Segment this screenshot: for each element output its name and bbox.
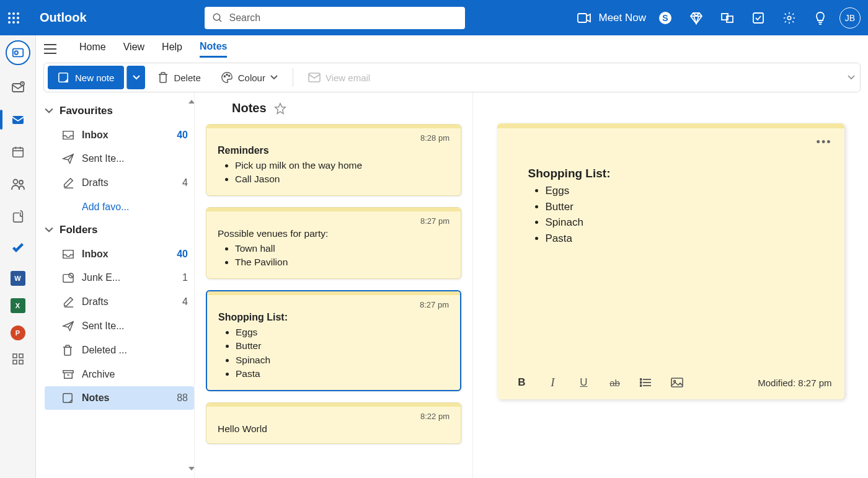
draft-icon	[62, 177, 74, 189]
folder-count: 4	[182, 177, 188, 188]
note-bullets: Pick up milk on the way homeCall Jason	[235, 159, 450, 187]
svg-point-21	[14, 51, 18, 55]
account-avatar[interactable]: JB	[839, 7, 861, 29]
format-italic-button[interactable]: I	[547, 376, 559, 389]
skype-icon[interactable]: S	[658, 11, 672, 25]
add-favourite-label: Add favo...	[82, 201, 130, 213]
folder-item-archive[interactable]: Archive	[45, 363, 194, 386]
note-first-line: Hello World	[218, 423, 450, 435]
rail-excel-icon[interactable]: X	[11, 298, 25, 313]
note-card[interactable]: 8:22 pmHello World	[206, 402, 461, 444]
rail-people-icon[interactable]	[6, 174, 30, 194]
svg-rect-48	[63, 371, 73, 373]
note-card[interactable]: 8:27 pmShopping List:EggsButterSpinachPa…	[206, 290, 461, 391]
rail-more-apps-icon[interactable]	[12, 353, 24, 365]
editor-toolbar: B I U ab Modified: 8:27 pm	[497, 368, 844, 399]
folder-item-inbox[interactable]: Inbox40	[45, 123, 194, 147]
tabs-row: Home View Help Notes	[36, 35, 868, 63]
svg-point-41	[228, 75, 229, 76]
favourites-label: Favourites	[60, 105, 113, 117]
tips-bulb-icon[interactable]	[813, 11, 827, 25]
toolbar-expand-icon[interactable]	[848, 75, 855, 80]
top-header: Outlook Search Meet Now S JB	[0, 0, 868, 35]
trash-icon	[62, 344, 74, 356]
note-editor-panel: ••• Shopping List: EggsButterSpinachPast…	[473, 92, 868, 478]
delete-button[interactable]: Delete	[150, 66, 208, 89]
search-placeholder: Search	[229, 12, 261, 24]
folder-label: Sent Ite...	[82, 321, 188, 332]
app-launcher-icon[interactable]	[7, 12, 32, 24]
format-image-button[interactable]	[671, 378, 683, 387]
note-more-menu-icon[interactable]: •••	[817, 136, 832, 149]
folder-item-notes[interactable]: Notes88	[45, 386, 194, 410]
new-note-button[interactable]: New note	[48, 66, 124, 89]
format-underline-button[interactable]: U	[578, 376, 590, 389]
svg-point-30	[19, 180, 23, 184]
folder-item-drafts[interactable]: Drafts4	[45, 290, 194, 314]
format-bold-button[interactable]: B	[516, 376, 528, 389]
folder-item-sent-ite-[interactable]: Sent Ite...	[45, 147, 194, 170]
rail-todo-icon[interactable]	[6, 239, 30, 259]
editor-note-title: Shopping List:	[528, 167, 611, 180]
view-email-label: View email	[326, 73, 370, 83]
folder-scrollbar[interactable]	[190, 100, 193, 471]
favourite-star-icon[interactable]	[274, 102, 286, 115]
draft-icon	[62, 296, 74, 308]
tab-home[interactable]: Home	[79, 42, 106, 56]
todo-header-icon[interactable]	[751, 11, 765, 25]
note-content[interactable]: Shopping List: EggsButterSpinachPasta	[497, 123, 844, 368]
add-favourite-link[interactable]: Add favo...	[45, 195, 194, 219]
folder-label: Junk E...	[82, 272, 175, 283]
settings-gear-icon[interactable]	[782, 11, 796, 25]
premium-icon[interactable]	[689, 11, 703, 25]
tab-notes[interactable]: Notes	[200, 41, 227, 58]
svg-point-17	[787, 16, 791, 20]
hamburger-icon[interactable]	[43, 43, 57, 55]
notes-list-panel: Notes 8:28 pmRemindersPick up milk on th…	[194, 92, 473, 478]
rail-new-mail-icon[interactable]	[6, 77, 30, 97]
colour-button[interactable]: Colour	[213, 66, 285, 89]
svg-text:S: S	[662, 13, 668, 23]
rail-word-icon[interactable]: W	[11, 271, 25, 286]
rail-files-icon[interactable]	[6, 206, 30, 226]
editor-bullet-item: Eggs	[546, 183, 813, 199]
folder-item-drafts[interactable]: Drafts4	[45, 170, 194, 195]
folder-label: Drafts	[82, 177, 175, 188]
search-input[interactable]: Search	[205, 7, 465, 29]
favourites-header[interactable]: Favourites	[45, 100, 194, 123]
meet-now-button[interactable]: Meet Now	[577, 12, 646, 24]
tab-help[interactable]: Help	[162, 42, 182, 56]
svg-point-55	[640, 382, 642, 384]
svg-rect-31	[13, 354, 17, 358]
note-time: 8:22 pm	[218, 412, 450, 421]
note-title: Shopping List:	[218, 312, 449, 323]
translate-icon[interactable]	[720, 11, 734, 25]
svg-point-54	[640, 379, 642, 381]
svg-rect-33	[13, 360, 17, 364]
note-card[interactable]: 8:27 pmPossible venues for party:Town ha…	[206, 207, 461, 279]
folder-item-deleted-[interactable]: Deleted ...	[45, 338, 194, 363]
chevron-down-icon	[133, 75, 140, 80]
outlook-app-icon[interactable]	[6, 40, 30, 65]
rail-mail-icon[interactable]	[6, 110, 30, 130]
folder-item-sent-ite-[interactable]: Sent Ite...	[45, 314, 194, 338]
format-list-button[interactable]	[640, 378, 652, 387]
rail-powerpoint-icon[interactable]: P	[11, 325, 25, 340]
folder-item-inbox[interactable]: Inbox40	[45, 242, 194, 266]
svg-point-0	[8, 12, 11, 15]
new-note-dropdown[interactable]	[126, 66, 145, 89]
folder-label: Deleted ...	[82, 345, 188, 356]
svg-rect-25	[12, 148, 23, 157]
svg-point-6	[8, 21, 11, 24]
rail-calendar-icon[interactable]	[6, 142, 30, 162]
svg-point-56	[640, 385, 642, 387]
format-strike-button[interactable]: ab	[609, 378, 621, 388]
folders-header[interactable]: Folders	[45, 219, 194, 242]
editor-bullet-item: Pasta	[546, 231, 813, 247]
folder-item-junk-e-[interactable]: Junk E...1	[45, 266, 194, 290]
tab-view[interactable]: View	[123, 42, 144, 56]
note-editor[interactable]: ••• Shopping List: EggsButterSpinachPast…	[497, 123, 844, 399]
meet-now-label: Meet Now	[598, 12, 646, 24]
note-bullets: EggsButterSpinachPasta	[236, 325, 449, 381]
note-card[interactable]: 8:28 pmRemindersPick up milk on the way …	[206, 124, 461, 196]
